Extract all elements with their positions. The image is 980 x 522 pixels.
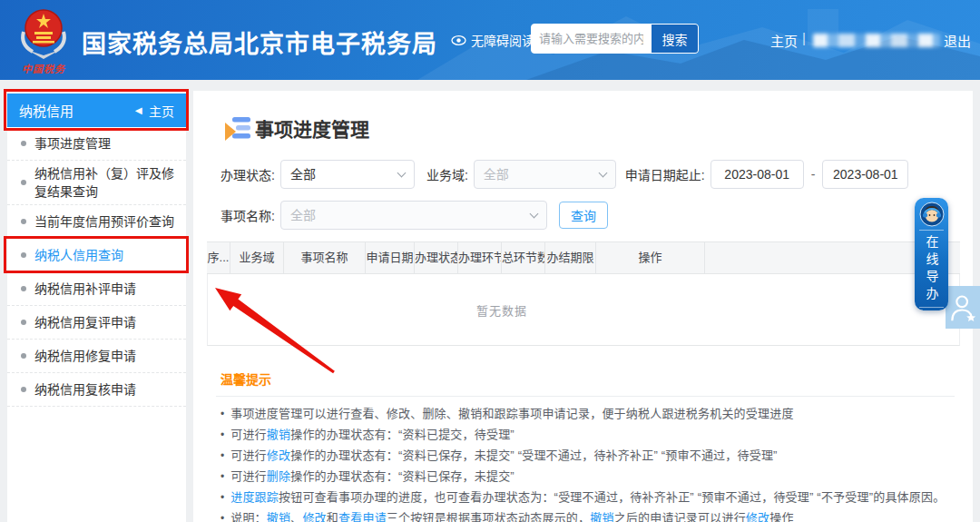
header-home-link[interactable]: 主页 — [770, 31, 798, 50]
tip-text: 可进行 — [230, 469, 267, 483]
sidebar-item[interactable]: 纳税信用修复申请 — [7, 340, 186, 373]
sidebar-item[interactable]: 纳税信用补（复）评及修复结果查询 — [7, 161, 186, 205]
item-name-select-value: 全部 — [290, 208, 316, 222]
bullet-dot — [21, 286, 26, 291]
sidebar-item-label: 纳税信用补（复）评及修复结果查询 — [34, 164, 177, 201]
tip-link[interactable]: 进度跟踪 — [230, 490, 279, 504]
status-select-value: 全部 — [290, 167, 316, 182]
col-step: 办理环节 — [458, 242, 502, 273]
domain-select-value: 全部 — [484, 167, 509, 182]
logout-link[interactable]: 退出 — [944, 31, 971, 50]
tip-link[interactable]: 撤销 — [267, 511, 290, 522]
widget-divider — [919, 307, 944, 308]
search-input[interactable] — [532, 25, 651, 53]
sidebar-home-label: 主页 — [149, 102, 174, 120]
tip-text: 操作的办理状态有：“资料已提交，待受理” — [290, 428, 514, 441]
domain-select[interactable]: 全部 — [474, 160, 616, 189]
tip-item: •可进行撤销操作的办理状态有：“资料已提交，待受理” — [220, 428, 955, 442]
date-from-input[interactable] — [710, 160, 804, 189]
tip-link[interactable]: 删除 — [267, 469, 290, 483]
tip-link[interactable]: 修改 — [746, 511, 769, 522]
tip-item: •说明：撤销、修改和查看申请三个按钮是根据事项状态动态展示的，撤销之后的申请记录… — [220, 511, 955, 522]
tip-bullet: • — [220, 511, 224, 522]
col-domain: 业务域 — [230, 242, 284, 273]
table-empty-body: 暂无数据 — [207, 274, 960, 346]
tip-item: •事项进度管理可以进行查看、修改、删除、撤销和跟踪事项申请记录，便于纳税人跟进税… — [220, 407, 955, 421]
top-header: 中国税务 国家税务总局北京市电子税务局 无障碍阅读 搜索 主页 | 退出 — [0, 0, 980, 80]
empty-state-text: 暂无数据 — [476, 301, 527, 319]
sidebar-item-label: 纳税信用复核申请 — [34, 380, 136, 399]
domain-label: 业务域: — [426, 165, 468, 183]
site-title: 国家税务总局北京市电子税务局 — [82, 25, 437, 60]
header-search: 搜索 — [531, 24, 699, 54]
sidebar-item[interactable]: 纳税信用补评申请 — [7, 272, 186, 306]
chevron-down-icon — [598, 169, 607, 178]
tip-text: 操作 — [769, 511, 793, 522]
sidebar-home-button[interactable]: ◄ 主页 — [132, 102, 174, 120]
tip-text: 可进行 — [230, 448, 267, 462]
tip-link[interactable]: 撤销 — [267, 428, 290, 441]
tip-bullet: • — [220, 448, 224, 463]
sidebar-item[interactable]: 纳税人信用查询 — [7, 239, 186, 272]
eye-icon — [451, 35, 466, 45]
date-range-label: 申请日期起止: — [625, 165, 705, 183]
accessibility-label: 无障碍阅读 — [471, 31, 534, 49]
col-total-steps: 总环节数 — [502, 242, 545, 273]
tip-link[interactable]: 查看申请 — [338, 511, 387, 522]
sidebar-item[interactable]: 纳税信用复评申请 — [7, 306, 186, 340]
progress-table: 序... 业务域 事项名称 申请日期 办理状态 办理环节 总环节数 办结期限 操… — [207, 241, 960, 346]
tip-text: 事项进度管理可以进行查看、修改、删除、撤销和跟踪事项申请记录，便于纳税人跟进税务… — [230, 407, 793, 420]
sidebar: 纳税信用 ◄ 主页 事项进度管理纳税信用补（复）评及修复结果查询当前年度信用预评… — [7, 91, 186, 522]
table-header-row: 序... 业务域 事项名称 申请日期 办理状态 办理环节 总环节数 办结期限 操… — [207, 241, 960, 274]
search-button[interactable]: 搜索 — [651, 25, 698, 53]
tip-link[interactable]: 修改 — [267, 448, 290, 462]
filter-row-2: 事项名称: 全部 查询 — [220, 201, 973, 230]
bullet-dot — [21, 141, 26, 146]
bullet-dot — [21, 219, 26, 224]
tip-text: 说明： — [230, 511, 267, 522]
sidebar-item-label: 纳税人信用查询 — [34, 246, 123, 264]
query-button[interactable]: 查询 — [559, 202, 608, 229]
sidebar-item-label: 当前年度信用预评价查询 — [34, 212, 174, 231]
mascot-avatar-icon — [919, 202, 945, 227]
username-redacted — [813, 34, 940, 47]
sidebar-item[interactable]: 事项进度管理 — [7, 127, 186, 161]
sidebar-item[interactable]: 当前年度信用预评价查询 — [7, 205, 186, 239]
date-to-input[interactable] — [822, 160, 908, 189]
tip-bullet: • — [220, 490, 224, 505]
list-play-icon — [224, 114, 251, 142]
tip-text: 操作的办理状态有：“资料已保存，未提交” — [290, 469, 514, 483]
emblem-caption: 中国税务 — [13, 61, 74, 75]
sidebar-item[interactable]: 纳税信用复核申请 — [7, 373, 186, 407]
page: 中国税务 国家税务总局北京市电子税务局 无障碍阅读 搜索 主页 | 退出 纳税信… — [0, 0, 980, 522]
header-divider: | — [802, 30, 806, 45]
tip-link[interactable]: 撤销 — [590, 511, 613, 522]
bullet-dot — [21, 353, 26, 359]
item-name-select[interactable]: 全部 — [280, 201, 547, 230]
sidebar-item-label: 纳税信用修复申请 — [34, 347, 136, 365]
national-emblem-icon — [15, 5, 73, 59]
tips-section: 温馨提示 •事项进度管理可以进行查看、修改、删除、撤销和跟踪事项申请记录，便于纳… — [220, 369, 955, 522]
filter-area: 办理状态: 全部 业务域: 全部 申请日期起止: - 事项名称: 全部 — [220, 160, 973, 230]
col-deadline: 办结期限 — [545, 242, 596, 273]
tax-emblem-logo: 中国税务 — [13, 5, 74, 75]
accessibility-link[interactable]: 无障碍阅读 — [451, 31, 534, 49]
status-label: 办理状态: — [220, 165, 275, 183]
online-guide-widget[interactable]: 在线导办 — [915, 198, 948, 310]
back-arrow-icon: ◄ — [132, 104, 144, 116]
sidebar-menu: 事项进度管理纳税信用补（复）评及修复结果查询当前年度信用预评价查询纳税人信用查询… — [7, 127, 186, 407]
bullet-dot — [21, 252, 26, 258]
page-title-row: 事项进度管理 — [193, 91, 973, 142]
bullet-dot — [21, 387, 26, 392]
tip-text: 和 — [327, 511, 338, 522]
status-select[interactable]: 全部 — [280, 160, 415, 189]
agent-contact-button[interactable] — [946, 286, 980, 329]
online-guide-label: 在线导办 — [926, 235, 938, 304]
tip-link[interactable]: 修改 — [302, 511, 326, 522]
tip-text: 按钮可查看事项办理的进度，也可查看办理状态为：“受理不通过，待补齐补正” “预审… — [279, 490, 945, 504]
tip-item: •可进行修改操作的办理状态有：“资料已保存，未提交” “受理不通过，待补齐补正”… — [220, 448, 955, 463]
tips-list: •事项进度管理可以进行查看、修改、删除、撤销和跟踪事项申请记录，便于纳税人跟进税… — [220, 407, 955, 522]
item-name-label: 事项名称: — [220, 206, 275, 224]
col-status: 办理状态 — [415, 242, 458, 273]
tip-text: 、 — [290, 511, 302, 522]
